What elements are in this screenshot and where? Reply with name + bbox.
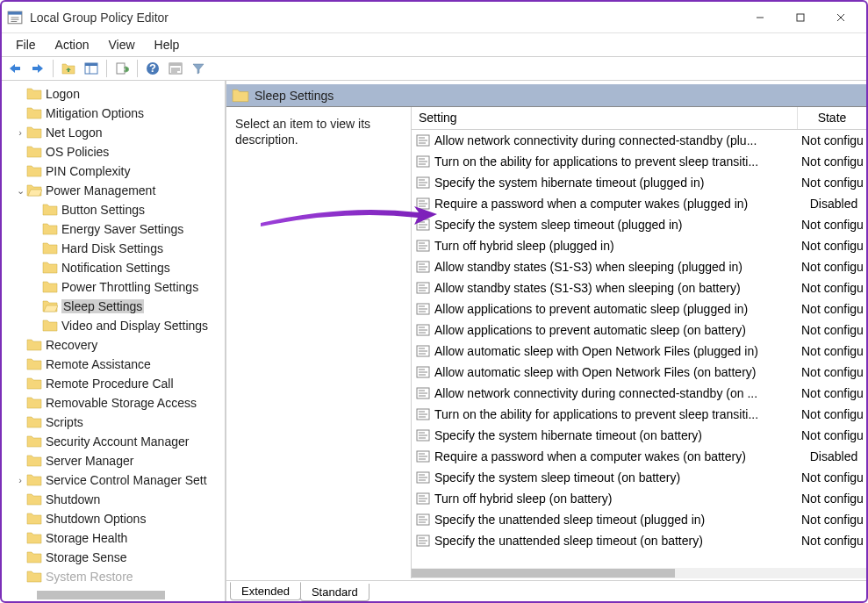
setting-state: Disabled: [798, 197, 866, 211]
tree-node[interactable]: Shutdown: [2, 490, 225, 509]
tree-node[interactable]: System Restore: [2, 567, 225, 586]
tree-node[interactable]: ›Service Control Manager Sett: [2, 470, 225, 490]
tree-node[interactable]: Hard Disk Settings: [2, 239, 225, 258]
tree-label: OS Policies: [46, 145, 109, 159]
setting-row[interactable]: Require a password when a computer wakes…: [412, 446, 866, 467]
tree-node[interactable]: Logon: [2, 84, 225, 104]
tree-node[interactable]: Scripts: [2, 413, 225, 432]
setting-name: Specify the unattended sleep timeout (on…: [434, 534, 798, 548]
setting-state: Not configu: [798, 302, 866, 316]
tab-standard[interactable]: Standard: [300, 584, 369, 601]
tree-label: Server Manager: [46, 454, 133, 468]
setting-name: Allow network connectivity during connec…: [434, 386, 798, 400]
tree-node[interactable]: Security Account Manager: [2, 432, 225, 451]
menubar: File Action View Help: [2, 33, 866, 56]
svg-rect-10: [32, 67, 39, 70]
menu-action[interactable]: Action: [47, 36, 98, 54]
tree-node[interactable]: ›Net Logon: [2, 123, 225, 142]
toolbar-separator: [106, 60, 107, 77]
tree-horizontal-scrollbar[interactable]: [37, 591, 165, 599]
tree-node[interactable]: Storage Sense: [2, 548, 225, 567]
settings-list: Setting State Allow network connectivity…: [411, 107, 866, 578]
tree-scroll[interactable]: LogonMitigation Options›Net LogonOS Poli…: [2, 81, 225, 589]
tree-node[interactable]: OS Policies: [2, 142, 225, 162]
tree-node[interactable]: Storage Health: [2, 528, 225, 548]
maximize-button[interactable]: [780, 4, 821, 31]
help-button[interactable]: ?: [143, 59, 162, 78]
tree-node[interactable]: Energy Saver Settings: [2, 219, 225, 239]
setting-row[interactable]: Allow automatic sleep with Open Network …: [412, 362, 866, 383]
up-folder-button[interactable]: [59, 59, 78, 78]
setting-state: Not configu: [798, 386, 866, 400]
tab-extended[interactable]: Extended: [230, 582, 301, 600]
setting-row[interactable]: Allow applications to prevent automatic …: [412, 319, 866, 341]
setting-row[interactable]: Specify the system sleep timeout (plugge…: [412, 214, 866, 235]
setting-row[interactable]: Turn off hybrid sleep (plugged in)Not co…: [412, 235, 866, 256]
setting-row[interactable]: Allow automatic sleep with Open Network …: [412, 341, 866, 362]
setting-row[interactable]: Specify the unattended sleep timeout (on…: [412, 530, 866, 551]
tree-label: Storage Health: [46, 531, 127, 545]
tree-node[interactable]: Recovery: [2, 335, 225, 355]
forward-button[interactable]: [28, 59, 47, 78]
setting-row[interactable]: Require a password when a computer wakes…: [412, 193, 866, 214]
setting-row[interactable]: Turn off hybrid sleep (on battery)Not co…: [412, 488, 866, 509]
close-button[interactable]: [821, 4, 861, 31]
setting-row[interactable]: Specify the unattended sleep timeout (pl…: [412, 509, 866, 530]
tree-node[interactable]: PIN Complexity: [2, 162, 225, 181]
list-body[interactable]: Allow network connectivity during connec…: [412, 130, 866, 568]
setting-row[interactable]: Allow applications to prevent automatic …: [412, 298, 866, 319]
tree-node[interactable]: Mitigation Options: [2, 104, 225, 123]
setting-name: Require a password when a computer wakes…: [434, 449, 798, 463]
expand-icon[interactable]: ›: [14, 475, 26, 485]
tree-node[interactable]: Removable Storage Access: [2, 393, 225, 413]
svg-text:?: ?: [149, 61, 156, 75]
export-button[interactable]: [112, 59, 132, 78]
column-header-setting[interactable]: Setting: [412, 107, 798, 129]
tree-node[interactable]: Notification Settings: [2, 258, 225, 277]
app-icon: [7, 10, 23, 25]
show-hide-tree-button[interactable]: [82, 59, 101, 78]
column-header-state[interactable]: State: [798, 107, 866, 129]
menu-file[interactable]: File: [7, 36, 45, 54]
scrollbar-thumb[interactable]: [412, 569, 675, 578]
minimize-button[interactable]: [740, 4, 780, 31]
tree-node[interactable]: Remote Procedure Call: [2, 374, 225, 393]
setting-row[interactable]: Turn on the ability for applications to …: [412, 404, 866, 425]
tree-node[interactable]: Button Settings: [2, 200, 225, 219]
menu-help[interactable]: Help: [146, 36, 189, 54]
properties-button[interactable]: [166, 59, 185, 78]
tree-node[interactable]: ⌄Power Management: [2, 181, 225, 200]
setting-name: Specify the system sleep timeout (on bat…: [434, 470, 798, 485]
setting-state: Not configu: [798, 154, 866, 169]
tree-node[interactable]: Video and Display Settings: [2, 316, 225, 335]
folder-icon: [232, 89, 249, 103]
tree-label: Storage Sense: [46, 550, 127, 564]
setting-row[interactable]: Allow standby states (S1-S3) when sleepi…: [412, 256, 866, 277]
list-horizontal-scrollbar[interactable]: [412, 568, 866, 578]
setting-row[interactable]: Turn on the ability for applications to …: [412, 151, 866, 172]
back-button[interactable]: [5, 59, 25, 78]
setting-row[interactable]: Specify the system hibernate timeout (on…: [412, 425, 866, 446]
setting-name: Allow automatic sleep with Open Network …: [434, 365, 798, 379]
tree-label: Remote Procedure Call: [46, 377, 174, 391]
setting-row[interactable]: Specify the system sleep timeout (on bat…: [412, 467, 866, 488]
setting-row[interactable]: Specify the system hibernate timeout (pl…: [412, 172, 866, 193]
menu-view[interactable]: View: [99, 36, 143, 54]
tree-node[interactable]: Power Throttling Settings: [2, 277, 225, 297]
setting-row[interactable]: Allow standby states (S1-S3) when sleepi…: [412, 277, 866, 298]
expand-icon[interactable]: ›: [14, 127, 26, 138]
expand-icon[interactable]: ⌄: [14, 185, 26, 197]
filter-button[interactable]: [189, 59, 208, 78]
setting-row[interactable]: Allow network connectivity during connec…: [412, 383, 866, 404]
tree-label: Scripts: [46, 415, 83, 429]
window-title: Local Group Policy Editor: [30, 11, 740, 25]
tree-node[interactable]: Sleep Settings: [2, 297, 225, 316]
tree-node[interactable]: Server Manager: [2, 451, 225, 470]
setting-name: Allow network connectivity during connec…: [434, 133, 798, 147]
setting-row[interactable]: Allow network connectivity during connec…: [412, 130, 866, 151]
svg-rect-6: [797, 14, 804, 21]
tree-node[interactable]: Shutdown Options: [2, 509, 225, 528]
tree-node[interactable]: Remote Assistance: [2, 355, 225, 374]
svg-rect-1: [8, 11, 22, 14]
tree-label: Mitigation Options: [46, 106, 144, 120]
